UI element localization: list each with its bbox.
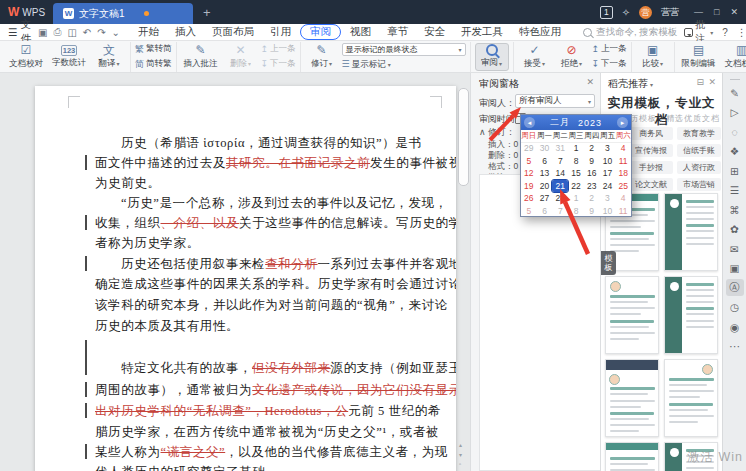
assistant-icon[interactable]: ⌘ <box>726 201 744 218</box>
menu-tab-0[interactable]: 开始 <box>131 24 166 40</box>
edit-pen-icon[interactable]: ✎ <box>726 84 744 101</box>
calendar-day[interactable]: 12 <box>521 167 537 180</box>
calendar-day[interactable]: 26 <box>521 192 537 205</box>
calendar-day[interactable]: 30 <box>537 142 553 155</box>
calendar-day[interactable]: 25 <box>615 180 631 193</box>
lasso-icon[interactable]: ◌ <box>726 123 744 140</box>
template-category-chip[interactable]: 教育教学 <box>677 127 721 140</box>
template-badge[interactable]: 模板 <box>601 251 616 275</box>
ribbon-insert-comment-button[interactable]: ✎插入批注 <box>181 43 221 71</box>
calendar-day[interactable]: 5 <box>521 205 537 218</box>
calendar-day[interactable]: 6 <box>537 155 553 168</box>
menu-tab-7[interactable]: 安全 <box>417 24 452 40</box>
ribbon-show-markup-button[interactable]: ☰显示标记▾ <box>342 59 466 71</box>
template-category-chip[interactable]: 人资行政 <box>677 161 721 174</box>
flower-icon[interactable]: ✿ <box>726 221 744 238</box>
calendar-day[interactable]: 13 <box>537 167 553 180</box>
template-category-chip[interactable]: 论文文献 <box>629 178 673 191</box>
ribbon-next-change-button[interactable]: ↧下一条 <box>592 58 627 70</box>
calendar-day-selected[interactable]: 21 <box>552 180 568 193</box>
close-button[interactable]: ✕ <box>730 7 738 17</box>
ribbon-track-changes-button[interactable]: ✎修订▾ <box>305 43 339 71</box>
command-search[interactable]: 查找命令, 搜索模板 <box>583 26 677 39</box>
template-category-chip[interactable]: 宣传海报 <box>629 144 673 157</box>
calendar-day[interactable]: 10 <box>600 205 616 218</box>
revision-section-header[interactable]: ∧ 修订： <box>479 126 515 139</box>
calendar-day[interactable]: 14 <box>552 167 568 180</box>
calendar-day[interactable]: 1 <box>568 142 584 155</box>
ribbon-simp-to-trad-button[interactable]: 简简转繁 <box>135 58 172 70</box>
calendar-day[interactable]: 9 <box>584 205 600 218</box>
calendar-day[interactable]: 8 <box>568 205 584 218</box>
ribbon-restrict-edit-button[interactable]: ▤限制编辑 <box>679 43 719 71</box>
promo-icon[interactable]: ✧ <box>622 7 630 18</box>
annotate-a-icon[interactable]: Ⓐ <box>726 279 744 296</box>
menu-tab-8[interactable]: 开发工具 <box>454 24 510 40</box>
display-state-combobox[interactable]: 显示标记的最终状态▾ <box>342 43 466 56</box>
cursor-icon[interactable]: ▷ <box>726 104 744 121</box>
calendar-day[interactable]: 19 <box>521 180 537 193</box>
calendar-day[interactable]: 7 <box>552 205 568 218</box>
calendar-day[interactable]: 11 <box>615 155 631 168</box>
template-category-chip[interactable]: 手抄报 <box>629 161 673 174</box>
scroll-page-button[interactable]: ▫ <box>459 461 461 467</box>
scroll-up-button[interactable]: ▴ <box>459 441 462 448</box>
prev-month-button[interactable]: ◂ <box>524 117 535 128</box>
ribbon-proofread-button[interactable]: ☑文档校对 <box>6 43 46 71</box>
ribbon-review-pane-button[interactable]: 审阅▾ <box>475 43 509 71</box>
calendar-day[interactable]: 7 <box>552 155 568 168</box>
help-button[interactable]: ? <box>722 27 728 38</box>
template-thumbnail[interactable] <box>605 359 659 437</box>
menu-tab-5[interactable]: 视图 <box>343 24 378 40</box>
template-panel-title[interactable]: 稻壳推荐▾ <box>608 77 653 91</box>
scroll-down-button[interactable]: ▾ <box>459 451 462 458</box>
collapse-panel-icon[interactable]: ⊟ <box>696 77 704 87</box>
calendar-day[interactable]: 27 <box>537 192 553 205</box>
close-pane-icon[interactable]: ✕ <box>586 77 594 87</box>
calendar-day[interactable]: 8 <box>568 155 584 168</box>
redo-icon[interactable]: ↷ <box>97 27 105 38</box>
ribbon-reject-button[interactable]: ⊘拒绝▾ <box>555 43 589 71</box>
calendar-day[interactable]: 6 <box>537 205 553 218</box>
menu-tab-6[interactable]: 章节 <box>380 24 415 40</box>
ribbon-compare-button[interactable]: ▣比较▾ <box>636 43 670 71</box>
calendar-day[interactable]: 9 <box>584 155 600 168</box>
ribbon-trad-to-simp-button[interactable]: 繁繁转简 <box>135 43 172 55</box>
calendar-day[interactable]: 24 <box>600 180 616 193</box>
template-thumbnail[interactable] <box>664 276 718 354</box>
calendar-day[interactable]: 4 <box>615 142 631 155</box>
stamp-icon[interactable]: ❖ <box>726 143 744 160</box>
menu-tab-9[interactable]: 特色应用 <box>512 24 568 40</box>
calendar-day[interactable]: 3 <box>600 142 616 155</box>
ribbon-translate-button[interactable]: 文翻译▾ <box>92 43 126 71</box>
template-thumbnail[interactable] <box>605 442 659 471</box>
ribbon-doc-permission-button[interactable]: ▥文档权限 <box>722 43 746 71</box>
menu-tab-2[interactable]: 页面布局 <box>205 24 261 40</box>
calendar-day[interactable]: 23 <box>584 180 600 193</box>
table-icon[interactable]: ⊞ <box>726 162 744 179</box>
template-category-chip[interactable]: 信纸手账 <box>677 144 721 157</box>
calendar-day[interactable]: 16 <box>584 167 600 180</box>
next-month-button[interactable]: ▸ <box>617 117 628 128</box>
document-tab[interactable]: W 文字文稿1 <box>53 3 193 24</box>
envelope-icon[interactable]: ✉ <box>726 240 744 257</box>
new-tab-button[interactable]: + <box>193 5 221 20</box>
preview-icon[interactable]: ◫ <box>67 27 76 38</box>
doc-count-badge[interactable]: 1 <box>600 6 613 19</box>
maximize-button[interactable]: □ <box>714 7 719 17</box>
undo-icon[interactable]: ↶ <box>83 27 91 38</box>
calendar-day[interactable]: 10 <box>600 155 616 168</box>
close-panel-icon[interactable]: ✕ <box>708 77 716 87</box>
template-thumbnail[interactable] <box>664 359 718 437</box>
calendar-day[interactable]: 31 <box>552 142 568 155</box>
minimize-button[interactable]: — <box>694 7 703 17</box>
template-thumbnail[interactable] <box>664 193 718 271</box>
image-icon[interactable]: ▣ <box>726 260 744 277</box>
reviewer-select[interactable]: 所有审阅人 ▾ <box>515 94 595 108</box>
calendar-day[interactable]: 5 <box>521 155 537 168</box>
calendar-day[interactable]: 1 <box>568 192 584 205</box>
quick-more-icon[interactable]: ⌄ <box>112 27 120 38</box>
scrollbar-thumb[interactable] <box>458 88 469 186</box>
calendar-day[interactable]: 3 <box>600 192 616 205</box>
calendar-day[interactable]: 20 <box>537 180 553 193</box>
